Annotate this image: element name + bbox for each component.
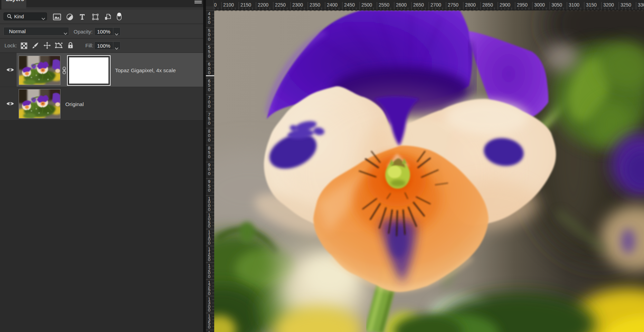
- svg-text:0: 0: [208, 171, 210, 176]
- svg-text:5: 5: [208, 45, 210, 50]
- svg-text:2150: 2150: [240, 2, 251, 8]
- svg-text:2250: 2250: [275, 2, 286, 8]
- svg-text:0: 0: [208, 224, 210, 229]
- svg-text:0: 0: [208, 133, 210, 138]
- svg-text:2550: 2550: [379, 2, 389, 8]
- svg-text:0: 0: [208, 70, 210, 75]
- svg-text:5: 5: [208, 49, 210, 54]
- svg-text:0: 0: [208, 87, 210, 92]
- svg-text:0: 0: [208, 325, 210, 330]
- svg-text:3200: 3200: [603, 2, 614, 8]
- svg-text:5: 5: [208, 116, 210, 121]
- svg-text:0: 0: [208, 207, 210, 212]
- svg-text:1: 1: [208, 331, 210, 332]
- svg-text:2900: 2900: [500, 2, 510, 8]
- svg-text:3000: 3000: [534, 2, 545, 8]
- svg-text:0: 0: [208, 241, 210, 246]
- svg-text:0: 0: [208, 291, 210, 296]
- svg-text:0: 0: [208, 274, 210, 279]
- svg-text:2500: 2500: [361, 2, 372, 8]
- svg-text:0: 0: [208, 138, 210, 143]
- svg-text:2800: 2800: [465, 2, 476, 8]
- svg-text:0: 0: [208, 32, 210, 37]
- svg-text:2650: 2650: [413, 2, 424, 8]
- svg-text:2450: 2450: [344, 2, 355, 8]
- svg-text:0: 0: [208, 188, 210, 193]
- svg-text:9: 9: [208, 179, 210, 184]
- svg-text:7: 7: [208, 95, 210, 100]
- svg-text:2600: 2600: [396, 2, 407, 8]
- svg-text:3050: 3050: [551, 2, 562, 8]
- svg-text:4: 4: [208, 11, 210, 16]
- svg-text:8: 8: [208, 146, 210, 151]
- svg-text:0: 0: [208, 54, 210, 59]
- svg-text:2750: 2750: [448, 2, 458, 8]
- svg-text:3300: 3300: [638, 2, 644, 8]
- svg-text:0: 0: [208, 308, 210, 313]
- svg-text:2350: 2350: [310, 2, 320, 8]
- svg-text:0: 0: [208, 37, 210, 42]
- svg-text:0: 0: [208, 167, 210, 172]
- svg-text:2850: 2850: [482, 2, 493, 8]
- svg-text:2400: 2400: [327, 2, 338, 8]
- svg-text:2300: 2300: [292, 2, 303, 8]
- svg-text:8: 8: [208, 129, 210, 134]
- svg-text:2100: 2100: [223, 2, 234, 8]
- svg-text:3150: 3150: [586, 2, 597, 8]
- svg-text:5: 5: [208, 83, 210, 88]
- svg-text:3100: 3100: [569, 2, 579, 8]
- svg-text:2950: 2950: [517, 2, 528, 8]
- svg-text:2200: 2200: [258, 2, 268, 8]
- svg-text:0: 0: [208, 121, 210, 126]
- svg-text:3250: 3250: [621, 2, 631, 8]
- svg-text:0: 0: [208, 257, 210, 262]
- svg-text:2700: 2700: [430, 2, 441, 8]
- svg-text:0: 0: [208, 20, 210, 25]
- svg-text:0: 0: [208, 154, 210, 159]
- svg-text:0: 0: [208, 104, 210, 109]
- svg-text:6: 6: [208, 62, 210, 67]
